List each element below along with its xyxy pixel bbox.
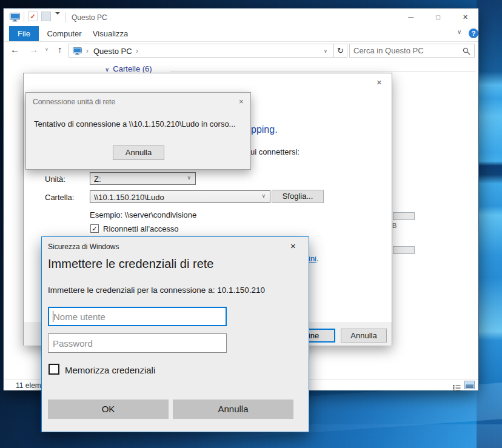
group-header-cartelle[interactable]: ∨Cartelle (6) — [105, 64, 152, 73]
breadcrumb-separator: › — [86, 47, 89, 55]
example-text: Esempio: \\server\condivisione — [90, 210, 196, 219]
thumbnail-view-icon[interactable] — [464, 381, 475, 389]
cancel-button[interactable]: Annulla — [341, 329, 387, 343]
search-input[interactable] — [353, 45, 457, 56]
connecting-progress-dialog: Connessione unità di rete × Tentativo di… — [25, 92, 251, 170]
drive-capacity-bar — [393, 212, 415, 220]
close-icon[interactable]: × — [239, 97, 244, 106]
this-pc-icon — [10, 13, 20, 24]
link-text[interactable]: ini — [309, 254, 316, 263]
reconnect-checkbox[interactable]: ✓ — [90, 224, 99, 233]
reconnect-label: Riconnetti all'accesso — [103, 224, 179, 233]
ok-button[interactable]: OK — [48, 400, 169, 419]
dialog-title: Connessione unità di rete — [33, 98, 115, 106]
minimize-button[interactable]: ─ — [397, 8, 424, 26]
password-field[interactable] — [48, 333, 227, 353]
cancel-button[interactable]: Annulla — [173, 400, 293, 419]
search-icon — [463, 47, 470, 58]
back-button[interactable]: ← — [10, 44, 19, 55]
refresh-button[interactable]: ↻ — [334, 44, 347, 58]
folder-path-value: \\10.1.150.210\Ludo — [94, 193, 164, 202]
qat-disabled-icon — [41, 12, 51, 21]
browse-button[interactable]: Sfoglia... — [272, 190, 324, 203]
breadcrumb[interactable]: Questo PC — [93, 47, 132, 56]
folder-label: Cartella: — [45, 193, 74, 202]
drive-capacity-text: B — [392, 222, 397, 229]
chevron-down-icon: ∨ — [261, 193, 266, 199]
close-button[interactable]: × — [452, 8, 479, 26]
this-pc-icon — [73, 47, 82, 58]
help-icon[interactable]: ? — [469, 28, 478, 38]
up-button[interactable]: ↑ — [58, 44, 62, 55]
forward-button[interactable]: → — [29, 44, 38, 55]
wallpaper-beams — [477, 0, 502, 448]
remember-credentials-label: Memorizza credenziali — [65, 365, 155, 375]
collapse-group-icon: ∨ — [105, 66, 109, 73]
cancel-button[interactable]: Annulla — [113, 145, 164, 160]
search-box — [349, 44, 475, 58]
navigation-bar: ← → ∨ ↑ › Questo PC › ∨ ↻ — [4, 42, 478, 59]
tab-file[interactable]: File — [9, 26, 39, 41]
website-link-fragment[interactable]: ini. — [309, 254, 319, 263]
group-header-label: Cartelle (6) — [113, 64, 152, 73]
remember-credentials-checkbox[interactable] — [49, 364, 59, 375]
wizard-heading-fragment: pping. — [251, 124, 278, 135]
dialog-title: Sicurezza di Windows — [48, 242, 119, 251]
wizard-subtext-fragment: ui connettersi: — [250, 147, 300, 156]
ribbon-tabs: File Computer Visualizza ∨ ? — [4, 26, 478, 42]
username-field[interactable] — [48, 307, 227, 326]
separator — [24, 12, 24, 22]
qat-customize-icon[interactable] — [55, 15, 61, 25]
explorer-titlebar: ✓ Questo PC ─ □ × — [4, 8, 478, 26]
credentials-heading: Immettere le credenziali di rete — [48, 257, 213, 271]
progress-message: Tentativo di connessione a \\10.1.150.21… — [34, 119, 235, 129]
credentials-message: Immettere le credenziali per la connessi… — [48, 286, 265, 295]
ribbon-collapse-icon[interactable]: ∨ — [457, 28, 461, 35]
drive-label: Unità: — [45, 175, 65, 184]
details-view-icon[interactable] — [453, 383, 461, 393]
address-bar[interactable]: › Questo PC › ∨ — [69, 44, 334, 58]
text-caret — [53, 311, 53, 322]
window-title: Questo PC — [72, 13, 107, 22]
drive-letter-value: Z: — [94, 175, 101, 184]
close-icon[interactable]: × — [376, 78, 382, 87]
windows-security-dialog: Sicurezza di Windows × Immettere le cred… — [41, 236, 309, 432]
tab-computer[interactable]: Computer — [44, 26, 84, 41]
qat-check-icon[interactable]: ✓ — [28, 12, 38, 21]
separator — [65, 12, 66, 22]
folder-path-combobox[interactable]: \\10.1.150.210\Ludo ∨ — [90, 190, 270, 203]
link-period: . — [316, 254, 319, 263]
history-dropdown-icon[interactable]: ∨ — [45, 47, 49, 52]
drive-capacity-bar — [393, 246, 415, 254]
group-header-rule — [170, 72, 476, 72]
close-icon[interactable]: × — [290, 241, 296, 250]
maximize-button[interactable]: □ — [424, 8, 452, 26]
desktop: ✓ Questo PC ─ □ × File Computer Visualiz… — [0, 0, 502, 448]
address-dropdown-icon[interactable]: ∨ — [324, 48, 327, 54]
breadcrumb-separator: › — [136, 47, 138, 55]
tab-visualizza[interactable]: Visualizza — [89, 26, 132, 41]
drive-letter-select[interactable]: Z: ∨ — [90, 172, 196, 185]
chevron-down-icon: ∨ — [187, 175, 191, 181]
